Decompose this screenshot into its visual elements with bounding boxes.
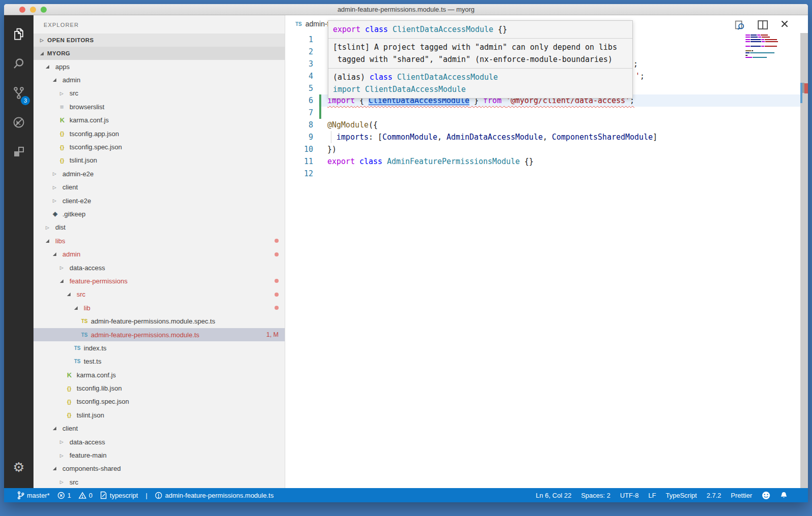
chevron-expanded-icon (40, 52, 44, 55)
tree-item[interactable]: ▷data-access (33, 261, 285, 274)
line-number: 6 (285, 94, 313, 107)
code-line[interactable]: 8@NgModule({ (285, 119, 808, 131)
split-editor-button[interactable] (757, 20, 768, 33)
file-problems-status[interactable]: admin-feature-permissions.module.ts (155, 492, 274, 499)
tree-item-label: test.ts (84, 358, 101, 365)
tree-item[interactable]: Kkarma.conf.js (33, 114, 285, 127)
workspace-root-section[interactable]: MYORG (33, 47, 285, 60)
tree-item[interactable]: Kkarma.conf.js (33, 368, 285, 381)
activity-source-control-button[interactable]: 3 (4, 79, 33, 109)
tree-item-label: lib (84, 304, 90, 312)
open-changes-button[interactable] (734, 20, 745, 33)
encoding-label: UTF-8 (620, 492, 639, 499)
notifications[interactable] (780, 491, 788, 499)
tree-item[interactable]: libs (33, 234, 285, 247)
open-editors-section[interactable]: ▷ OPEN EDITORS (33, 34, 285, 47)
tree-item[interactable]: lib (33, 301, 285, 314)
ts-blue-icon: TS (74, 345, 84, 351)
code-line[interactable]: 9 imports: [CommonModule, AdminDataAcces… (285, 131, 808, 143)
language-mode-label: TypeScript (666, 492, 697, 499)
tree-item[interactable]: ≡browserslist (33, 100, 285, 113)
git-gutter-marker (319, 143, 321, 155)
line-number: 4 (285, 70, 313, 82)
tree-item[interactable]: {}tsconfig.lib.json (33, 381, 285, 395)
activity-explorer-button[interactable] (4, 20, 33, 50)
minimap[interactable] (746, 35, 782, 59)
cursor-position[interactable]: Ln 6, Col 22 (536, 492, 571, 499)
tree-item-label: karma.conf.js (77, 371, 116, 379)
typescript-version[interactable]: 2.7.2 (706, 492, 721, 499)
activity-bar: 3 ⚙ (4, 15, 33, 488)
json-icon: {} (60, 144, 70, 150)
folder-collapsed-icon: ▷ (46, 225, 55, 230)
tree-item[interactable]: TStest.ts (33, 355, 285, 368)
tree-item[interactable]: {}tslint.json (33, 408, 285, 422)
code-editor[interactable]: 123;4';56import { ClientDataAccessModule… (285, 34, 808, 488)
tree-item[interactable]: ▷data-access (33, 435, 285, 448)
tree-item[interactable]: {}tsconfig.spec.json (33, 140, 285, 153)
activity-settings-button[interactable]: ⚙ (4, 453, 33, 482)
tree-item[interactable]: apps (33, 60, 285, 73)
folder-expanded-icon (53, 427, 62, 430)
activity-extensions-button[interactable] (4, 138, 33, 168)
tree-item[interactable]: ▷admin-e2e (33, 167, 285, 180)
overview-ruler[interactable] (800, 33, 808, 488)
encoding[interactable]: UTF-8 (620, 492, 639, 499)
tree-item[interactable]: {}tslint.json (33, 154, 285, 167)
titlebar[interactable]: admin-feature-permissions.module.ts — my… (4, 4, 808, 15)
tree-item-label: libs (55, 237, 65, 245)
tree-item[interactable]: components-shared (33, 462, 285, 475)
tree-item[interactable]: ▷client (33, 181, 285, 194)
feedback[interactable] (762, 491, 770, 500)
indentation[interactable]: Spaces: 2 (581, 492, 611, 499)
zoom-button[interactable] (41, 7, 47, 13)
git-gutter-marker (319, 58, 321, 70)
warnings-count[interactable]: 0 (79, 492, 92, 499)
git-gutter-marker (319, 94, 321, 107)
desktop: { "window": { "title": "admin-feature-pe… (0, 0, 812, 516)
activity-search-button[interactable] (4, 50, 33, 79)
formatter[interactable]: Prettier (731, 492, 752, 499)
tree-item[interactable]: {}tsconfig.app.json (33, 127, 285, 140)
tree-item-label: tslint.json (70, 156, 97, 164)
close-editor-button[interactable] (781, 20, 789, 33)
section-label: OPEN EDITORS (47, 37, 94, 43)
errors-count[interactable]: 1 (57, 492, 71, 499)
eol-sequence[interactable]: LF (649, 492, 656, 499)
tree-item[interactable]: ▷client-e2e (33, 194, 285, 207)
close-button[interactable] (19, 7, 25, 13)
code-line[interactable]: 7 (285, 107, 808, 119)
tree-item[interactable]: admin (33, 73, 285, 86)
folder-collapsed-icon: ▷ (53, 198, 62, 203)
formatter-label: Prettier (731, 492, 752, 499)
linter-status[interactable]: typescript (100, 491, 138, 499)
tree-item[interactable]: TSindex.ts (33, 341, 285, 354)
tree-item[interactable]: ◈.gitkeep (33, 207, 285, 220)
git-branch-status[interactable]: master* (17, 491, 50, 500)
linter-icon (100, 491, 107, 499)
tree-item[interactable]: ▷src (33, 475, 285, 488)
error-icon (57, 492, 65, 499)
activity-debug-button[interactable] (4, 109, 33, 138)
code-line[interactable]: 10}) (285, 143, 808, 155)
code-line[interactable]: 11export class AdminFeaturePermissionsMo… (285, 155, 808, 168)
tree-item[interactable]: feature-permissions (33, 274, 285, 287)
tree-item[interactable]: TSadmin-feature-permissions.module.ts1, … (33, 328, 285, 341)
tree-item-label: feature-main (70, 452, 107, 459)
tree-item-label: src (77, 291, 85, 298)
language-mode[interactable]: TypeScript (666, 492, 697, 499)
tree-item[interactable]: {}tsconfig.spec.json (33, 395, 285, 408)
tree-item-label: admin-e2e (62, 170, 93, 178)
tree-item[interactable]: admin (33, 247, 285, 261)
hover-lint-message: [tslint] A project tagged with "admin" c… (328, 39, 632, 68)
tree-item[interactable]: ▷src (33, 87, 285, 100)
json-icon: {} (67, 399, 77, 405)
minimize-button[interactable] (30, 7, 36, 13)
tree-item[interactable]: client (33, 422, 285, 435)
scm-changes-badge: 3 (21, 96, 30, 105)
code-line[interactable]: 12 (285, 168, 808, 180)
tree-item[interactable]: ▷feature-main (33, 448, 285, 462)
tree-item[interactable]: ▷dist (33, 221, 285, 234)
tree-item[interactable]: src (33, 288, 285, 301)
tree-item[interactable]: TSadmin-feature-permissions.module.spec.… (33, 314, 285, 328)
